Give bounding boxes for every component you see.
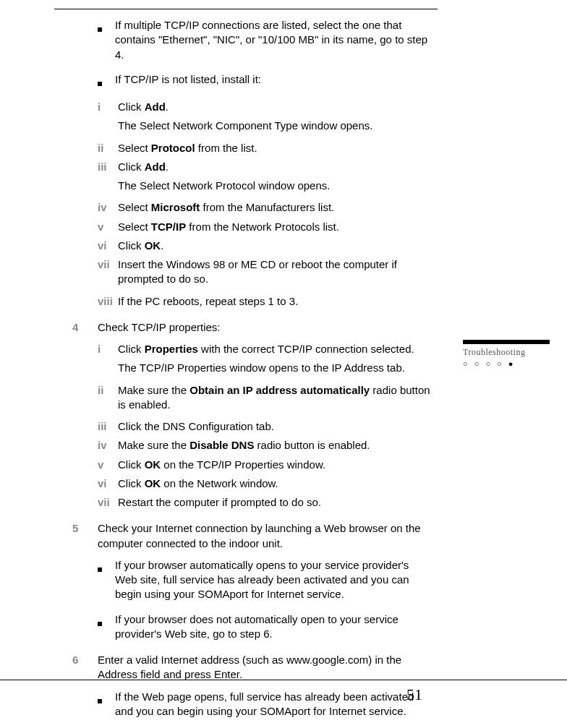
substep-text: Click the DNS Configuration tab. bbox=[118, 419, 430, 434]
bullet-text: If your browser does not automatically o… bbox=[115, 612, 430, 642]
bullet-text: If the Web page opens, full service has … bbox=[115, 690, 430, 719]
substep-number: ii bbox=[98, 383, 118, 413]
bullet-text: If your browser automatically opens to y… bbox=[115, 558, 430, 602]
substep-row: iv Make sure the Disable DNS radio butto… bbox=[98, 438, 430, 453]
main-content: If multiple TCP/IP connections are liste… bbox=[72, 18, 430, 728]
substep-text: Make sure the Disable DNS radio button i… bbox=[118, 438, 430, 453]
side-tab-label: Troubleshooting bbox=[463, 347, 550, 358]
substep-row: i Click Properties with the correct TCP/… bbox=[98, 342, 430, 356]
bullet-item: If the Web page opens, full service has … bbox=[98, 690, 430, 719]
substep-row: vi Click OK. bbox=[98, 239, 430, 253]
step-number: 6 bbox=[72, 653, 98, 682]
side-tab-bar bbox=[463, 340, 550, 344]
substep-number: i bbox=[98, 100, 118, 114]
substep-result: The Select Network Protocol window opens… bbox=[98, 179, 430, 193]
substep-row: vii Insert the Windows 98 or ME CD or re… bbox=[98, 257, 430, 287]
square-bullet-icon bbox=[98, 622, 102, 626]
substep-row: ii Select Protocol from the list. bbox=[98, 141, 430, 155]
substep-number: vii bbox=[98, 495, 118, 510]
substep-number: vi bbox=[98, 239, 118, 253]
bullet-item: If your browser does not automatically o… bbox=[98, 612, 430, 642]
side-tab: Troubleshooting ○ ○ ○ ○ ● bbox=[463, 340, 550, 368]
square-bullet-icon bbox=[98, 27, 102, 32]
substep-text: Click Properties with the correct TCP/IP… bbox=[118, 342, 430, 356]
substep-text: Restart the computer if prompted to do s… bbox=[118, 495, 430, 510]
substep-row: iv Select Microsoft from the Manufacture… bbox=[98, 200, 430, 215]
substep-row: iii Click Add. bbox=[98, 160, 430, 174]
bullet-item: If your browser automatically opens to y… bbox=[98, 558, 430, 602]
substep-text: Select Protocol from the list. bbox=[118, 141, 430, 155]
substep-text: Click OK on the TCP/IP Properties window… bbox=[118, 458, 430, 472]
substep-text: If the PC reboots, repeat steps 1 to 3. bbox=[118, 294, 430, 309]
substep-text: Select Microsoft from the Manufacturers … bbox=[118, 200, 430, 215]
substep-row: i Click Add. bbox=[98, 100, 430, 114]
substep-row: ii Make sure the Obtain an IP address au… bbox=[98, 383, 430, 413]
substep-number: iii bbox=[98, 160, 118, 174]
substep-number: ii bbox=[98, 141, 118, 155]
substep-number: i bbox=[98, 342, 118, 356]
step-text: Check your Internet connection by launch… bbox=[98, 521, 430, 551]
substep-number: v bbox=[98, 220, 118, 234]
step-number: 4 bbox=[72, 320, 98, 335]
substep-result: The Select Network Component Type window… bbox=[98, 119, 430, 133]
step-row: 5 Check your Internet connection by laun… bbox=[72, 521, 430, 551]
substep-number: vii bbox=[98, 257, 118, 287]
top-rule bbox=[54, 9, 438, 9]
step-text: Check TCP/IP properties: bbox=[98, 320, 430, 335]
substep-row: v Click OK on the TCP/IP Properties wind… bbox=[98, 458, 430, 472]
substep-row: viii If the PC reboots, repeat steps 1 t… bbox=[98, 294, 430, 309]
substep-row: iii Click the DNS Configuration tab. bbox=[98, 419, 430, 434]
bullet-item: If multiple TCP/IP connections are liste… bbox=[98, 18, 430, 62]
substep-number: iii bbox=[98, 419, 118, 434]
bullet-text: If multiple TCP/IP connections are liste… bbox=[115, 18, 430, 62]
substep-text: Select TCP/IP from the Network Protocols… bbox=[118, 220, 430, 234]
step-row: 4 Check TCP/IP properties: bbox=[72, 320, 430, 335]
step-row: 6 Enter a valid Internet address (such a… bbox=[72, 653, 430, 682]
substep-text: Insert the Windows 98 or ME CD or reboot… bbox=[118, 257, 430, 287]
substep-number: iv bbox=[98, 438, 118, 453]
bottom-rule bbox=[0, 680, 567, 680]
substep-number: v bbox=[98, 458, 118, 472]
page-number: 51 bbox=[406, 685, 422, 704]
substep-result: The TCP/IP Properties window opens to th… bbox=[98, 361, 430, 375]
substep-number: iv bbox=[98, 200, 118, 215]
square-bullet-icon bbox=[98, 568, 102, 572]
substep-number: viii bbox=[98, 294, 118, 309]
substep-number: vi bbox=[98, 476, 118, 491]
substep-row: vii Restart the computer if prompted to … bbox=[98, 495, 430, 510]
substep-row: v Select TCP/IP from the Network Protoco… bbox=[98, 220, 430, 234]
square-bullet-icon bbox=[98, 699, 102, 703]
substep-text: Click Add. bbox=[118, 160, 430, 174]
substep-text: Click Add. bbox=[118, 100, 430, 114]
bullet-item: If TCP/IP is not listed, install it: bbox=[98, 72, 430, 90]
substep-text: Make sure the Obtain an IP address autom… bbox=[118, 383, 430, 413]
substep-text: Click OK on the Network window. bbox=[118, 476, 430, 491]
side-tab-dots: ○ ○ ○ ○ ● bbox=[463, 359, 550, 368]
square-bullet-icon bbox=[98, 82, 102, 86]
substep-row: vi Click OK on the Network window. bbox=[98, 476, 430, 491]
step-text: Enter a valid Internet address (such as … bbox=[98, 653, 430, 682]
substep-text: Click OK. bbox=[118, 239, 430, 253]
bullet-text: If TCP/IP is not listed, install it: bbox=[115, 72, 430, 90]
step-number: 5 bbox=[72, 521, 98, 551]
